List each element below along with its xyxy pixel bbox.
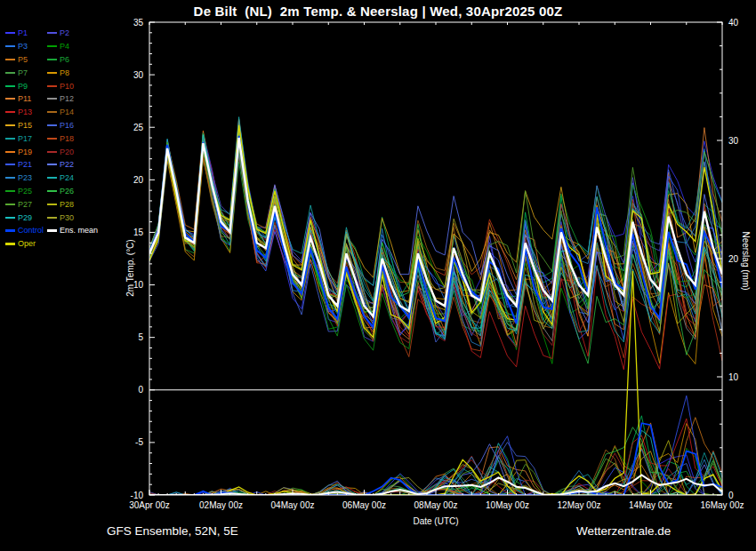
y-axis-label-right: Neerslag (mm) <box>741 217 751 306</box>
svg-text:15: 15 <box>133 228 144 237</box>
svg-text:40: 40 <box>728 18 739 28</box>
svg-text:-10: -10 <box>131 491 144 500</box>
x-tick-label: 14May 00z <box>629 500 672 510</box>
svg-text:0: 0 <box>728 491 734 500</box>
x-tick-label: 08May 00z <box>414 500 458 510</box>
meteogram-page: De Bilt (NL) 2m Temp. & Neerslag | Wed, … <box>0 0 756 551</box>
svg-text:10: 10 <box>728 372 739 382</box>
footer-model-info: GFS Ensemble, 52N, 5E <box>107 524 238 538</box>
x-tick-label: 02May 00z <box>199 500 243 510</box>
svg-text:30: 30 <box>728 136 739 146</box>
x-tick-label: 04May 00z <box>271 500 315 510</box>
x-tick-label: 12May 00z <box>558 500 601 510</box>
svg-text:25: 25 <box>133 123 144 132</box>
svg-text:20: 20 <box>728 254 739 264</box>
svg-text:0: 0 <box>138 385 143 395</box>
svg-text:35: 35 <box>133 18 144 28</box>
svg-text:20: 20 <box>133 175 144 185</box>
x-tick-label: 30Apr 00z <box>129 500 170 510</box>
svg-text:10: 10 <box>133 280 144 290</box>
x-axis-label-text: Date (UTC) <box>413 516 458 526</box>
footer-site: Wetterzentrale.de <box>576 524 671 538</box>
x-tick-label: 06May 00z <box>342 500 386 510</box>
x-tick-label: 10May 00z <box>486 500 529 510</box>
svg-text:30: 30 <box>133 70 144 80</box>
svg-text:-5: -5 <box>135 437 143 447</box>
y-axis-label-left: 2m Temp. (°C) <box>125 224 135 313</box>
x-tick-label: 16May 00z <box>701 500 744 510</box>
meteogram-chart: -10-50510152025303501020304030Apr 00z02M… <box>0 0 756 551</box>
series-lines <box>149 117 722 495</box>
svg-text:5: 5 <box>138 332 143 342</box>
